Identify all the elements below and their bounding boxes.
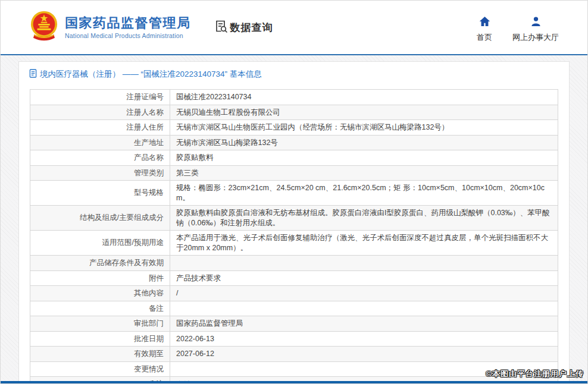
org-name: 国家药品监督管理局 (65, 15, 191, 31)
table-row: 审批部门国家药品监督管理局 (30, 316, 558, 332)
nav-online-hall-label: 网上办事大厅 (512, 32, 559, 43)
row-label: 其他内容 (30, 286, 170, 301)
row-value: 胶原贴敷料由胶原蛋白溶液和无纺布基材组成。胶原蛋白溶液由I型胶原蛋白、药用级山梨… (170, 206, 558, 231)
row-value: 国械注准20223140734 (170, 90, 558, 105)
row-label: 生产地址 (30, 135, 170, 150)
nav-item-home[interactable]: 首页 (477, 16, 492, 43)
row-label: 变更情况 (30, 361, 170, 377)
breadcrumb-text: 境内医疗器械（注册） —— “国械注准20223140734” 基本信息 (40, 69, 262, 80)
row-value: 国家药品监督管理局 (170, 316, 558, 332)
org-title-block: 国家药品监督管理局 National Medical Products Admi… (65, 15, 191, 39)
registration-info-table: 注册证编号国械注准20223140734注册人名称无锡贝迪生物工程股份有限公司注… (30, 89, 558, 384)
row-value: 2027-06-12 (170, 347, 558, 362)
org-logo-block: 国家药品监督管理局 National Medical Products Admi… (29, 10, 191, 45)
row-label: 产品储存条件及有效期 (30, 256, 170, 271)
row-label: 产品名称 (30, 150, 170, 166)
data-query-entry[interactable]: 数据查询 (214, 19, 273, 36)
table-row: 产品名称胶原贴敷料 (30, 150, 558, 166)
table-row: 备注 (30, 301, 558, 316)
data-query-label: 数据查询 (230, 21, 273, 34)
row-label: 批准日期 (30, 331, 170, 347)
row-value: 第三类 (170, 165, 558, 181)
table-row: 产品储存条件及有效期 (30, 256, 558, 271)
row-label: 备注 (30, 301, 170, 316)
table-row: 注册人住所无锡市滨湖区马山生物医药工业园内（经营场所：无锡市滨湖区马山梅梁路13… (30, 120, 558, 136)
page-header: 国家药品监督管理局 National Medical Products Admi… (1, 1, 587, 55)
row-label: 管理类别 (30, 165, 170, 181)
row-value: 无锡市滨湖区马山梅梁路132号 (170, 135, 558, 150)
row-label: 有效期至 (30, 347, 170, 362)
table-row: 变更情况 (30, 361, 558, 377)
row-label: 注册人名称 (30, 105, 170, 120)
table-row: 生产地址无锡市滨湖区马山梅梁路132号 (30, 135, 558, 150)
table-row: 其他内容/ (30, 286, 558, 301)
table-row: 有效期至2027-06-12 (30, 347, 558, 362)
row-label: 审批部门 (30, 316, 170, 332)
user-icon (530, 16, 542, 29)
content-panel: 境内医疗器械（注册） —— “国械注准20223140734” 基本信息 注册证… (18, 61, 570, 384)
table-row: 结构及组成/主要组成成分胶原贴敷料由胶原蛋白溶液和无纺布基材组成。胶原蛋白溶液由… (30, 206, 558, 231)
row-label: 注册证编号 (30, 90, 170, 105)
data-query-icon (214, 19, 228, 36)
row-value: 无锡市滨湖区马山生物医药工业园内（经营场所：无锡市滨湖区马山梅梁路132号） (170, 120, 558, 136)
row-label: 型号规格 (30, 181, 170, 206)
row-value: 2022-06-13 (170, 331, 558, 347)
home-icon (479, 16, 490, 29)
document-icon (29, 69, 37, 80)
row-value: 无锡贝迪生物工程股份有限公司 (170, 105, 558, 120)
bottom-bar (1, 381, 587, 383)
watermark-text: ©本图由平台注册用户上传 (486, 369, 584, 379)
table-row: 注册人名称无锡贝迪生物工程股份有限公司 (30, 105, 558, 120)
table-row: 批准日期2022-06-13 (30, 331, 558, 347)
row-label: 适用范围/预期用途 (30, 231, 170, 256)
org-name-en: National Medical Products Administration (65, 32, 191, 39)
nav-item-online-hall[interactable]: 网上办事大厅 (512, 16, 559, 43)
registration-info-table-body: 注册证编号国械注准20223140734注册人名称无锡贝迪生物工程股份有限公司注… (30, 90, 558, 384)
nav-home-label: 首页 (477, 32, 492, 43)
row-value (170, 256, 558, 271)
row-value: 胶原贴敷料 (170, 150, 558, 166)
row-label: 附件 (30, 270, 170, 286)
row-value: / (170, 286, 558, 301)
row-label: 注册人住所 (30, 120, 170, 136)
table-row: 适用范围/预期用途本产品适用于激光、光子术后创面修复辅助治疗（激光、光子术后创面… (30, 231, 558, 256)
row-value: 产品技术要求 (170, 270, 558, 286)
table-row: 附件产品技术要求 (30, 270, 558, 286)
row-value: 本产品适用于激光、光子术后创面修复辅助治疗（激光、光子术后创面深度不超过真皮层，… (170, 231, 558, 256)
row-value (170, 301, 558, 316)
national-emblem-icon (29, 10, 59, 45)
table-row: 型号规格规格：椭圆形：23cm×21cm、24.5cm×20 cm、21.6cm… (30, 181, 558, 206)
header-nav: 首页 网上办事大厅 (477, 16, 559, 43)
breadcrumb: 境内医疗器械（注册） —— “国械注准20223140734” 基本信息 (19, 62, 569, 85)
table-row: 注册证编号国械注准20223140734 (30, 90, 558, 105)
table-row: 管理类别第三类 (30, 165, 558, 181)
row-value: 规格：椭圆形：23cm×21cm、24.5cm×20 cm、21.6cm×20.… (170, 181, 558, 206)
row-label: 结构及组成/主要组成成分 (30, 206, 170, 231)
